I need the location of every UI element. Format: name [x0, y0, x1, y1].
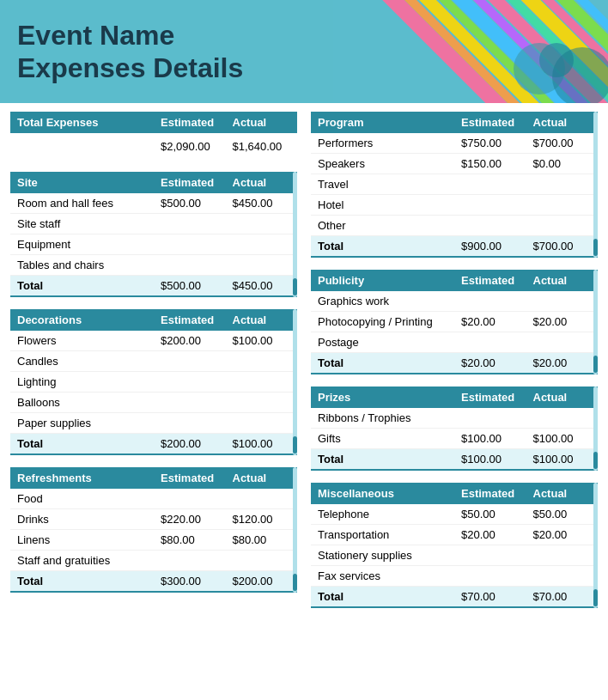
- total-expenses-header-row: Total Expenses Estimated Actual: [10, 112, 297, 133]
- decorations-total-row: Total $200.00 $100.00: [10, 434, 297, 455]
- site-row3-actual: [226, 255, 298, 276]
- right-column: Program Estimated Actual Performers $750…: [311, 112, 598, 620]
- total-expenses-actual-label: Actual: [226, 112, 298, 133]
- prog-row4-estimated: [454, 216, 526, 236]
- table-row: Staff and gratuities: [10, 551, 297, 571]
- site-actual-label: Actual: [226, 172, 298, 193]
- page-header: Event Name Expenses Details: [0, 0, 608, 103]
- table-row: Ribbons / Trophies: [311, 408, 598, 429]
- program-scrollbar[interactable]: [593, 112, 598, 258]
- total-expenses-estimated-label: Estimated: [154, 112, 226, 133]
- site-row3-estimated: [154, 255, 226, 276]
- prog-row2-estimated: [454, 174, 526, 195]
- prizes-total-row: Total $100.00 $100.00: [311, 449, 598, 471]
- dec-row0-estimated: $200.00: [154, 331, 226, 351]
- ref-row1-estimated: $220.00: [154, 509, 226, 530]
- prog-row0-estimated: $750.00: [454, 133, 526, 154]
- ref-row0-actual: [226, 489, 298, 509]
- pub-row0-estimated: [454, 291, 526, 312]
- table-row: Photocopying / Printing $20.00 $20.00: [311, 312, 598, 332]
- prizes-estimated-label: Estimated: [454, 387, 526, 408]
- dec-total-actual: $100.00: [226, 434, 298, 455]
- misc-row1-estimated: $20.00: [454, 525, 526, 545]
- table-row: Performers $750.00 $700.00: [311, 133, 598, 154]
- table-row: Postage: [311, 332, 598, 353]
- pub-row1-actual: $20.00: [526, 312, 599, 332]
- refreshments-section: Refreshments Estimated Actual Food Drink…: [10, 467, 297, 593]
- prizes-row0-label: Ribbons / Trophies: [311, 408, 454, 429]
- dec-total-estimated: $200.00: [154, 434, 226, 455]
- pub-row1-estimated: $20.00: [454, 312, 526, 332]
- table-row: Gifts $100.00 $100.00: [311, 429, 598, 449]
- ref-row2-estimated: $80.00: [154, 530, 226, 551]
- pub-row2-label: Postage: [311, 332, 454, 353]
- prog-row1-actual: $0.00: [526, 154, 599, 174]
- misc-row0-estimated: $50.00: [454, 504, 526, 525]
- dec-row4-label: Paper supplies: [10, 413, 154, 434]
- publicity-header-row: Publicity Estimated Actual: [311, 270, 598, 291]
- prog-row4-label: Other: [311, 216, 454, 236]
- miscellaneous-header-row: Miscellaneous Estimated Actual: [311, 483, 598, 504]
- header-decoration: [333, 0, 608, 103]
- publicity-total-row: Total $20.00 $20.00: [311, 353, 598, 374]
- decorations-header-row: Decorations Estimated Actual: [10, 309, 297, 331]
- table-row: Balloons: [10, 393, 297, 413]
- misc-scrollbar[interactable]: [593, 483, 598, 608]
- prizes-row1-actual: $100.00: [526, 429, 599, 449]
- dec-row3-actual: [226, 393, 298, 413]
- misc-total-actual: $70.00: [526, 587, 599, 608]
- ref-total-actual: $200.00: [226, 571, 298, 593]
- site-total-estimated: $500.00: [154, 276, 226, 297]
- table-row: Graphics work: [311, 291, 598, 312]
- prog-row2-actual: [526, 174, 599, 195]
- refreshments-header-label: Refreshments: [10, 467, 154, 489]
- table-row: Equipment: [10, 234, 297, 255]
- ref-row0-label: Food: [10, 489, 154, 509]
- table-row: Paper supplies: [10, 413, 297, 434]
- ref-row2-actual: $80.00: [226, 530, 298, 551]
- site-row0-actual: $450.00: [226, 193, 298, 214]
- site-total-label: Total: [10, 276, 154, 297]
- table-row: Transportation $20.00 $20.00: [311, 525, 598, 545]
- prizes-total-label: Total: [311, 449, 454, 471]
- ref-row3-label: Staff and gratuities: [10, 551, 154, 571]
- site-row3-label: Tables and chairs: [10, 255, 154, 276]
- prog-row3-label: Hotel: [311, 195, 454, 216]
- decorations-section: Decorations Estimated Actual Flowers $20…: [10, 309, 297, 455]
- misc-row2-label: Stationery supplies: [311, 545, 454, 566]
- decorations-scrollbar[interactable]: [293, 309, 297, 455]
- refreshments-scrollbar[interactable]: [293, 467, 297, 593]
- table-row: Tables and chairs: [10, 255, 297, 276]
- site-total-actual: $450.00: [226, 276, 298, 297]
- main-content: Total Expenses Estimated Actual $2,090.0…: [0, 103, 608, 629]
- left-column: Total Expenses Estimated Actual $2,090.0…: [10, 112, 297, 620]
- site-header-row: Site Estimated Actual: [10, 172, 297, 193]
- misc-row0-label: Telephone: [311, 504, 454, 525]
- publicity-scrollbar[interactable]: [593, 270, 598, 374]
- site-row0-label: Room and hall fees: [10, 193, 154, 214]
- prizes-scrollbar[interactable]: [593, 387, 598, 471]
- misc-row1-label: Transportation: [311, 525, 454, 545]
- event-name-line2: Expenses Details: [17, 52, 243, 84]
- table-row: Hotel: [311, 195, 598, 216]
- dec-row3-label: Balloons: [10, 393, 154, 413]
- table-row: Flowers $200.00 $100.00: [10, 331, 297, 351]
- total-expenses-estimated-value: $2,090.00: [154, 133, 226, 160]
- prizes-header-row: Prizes Estimated Actual: [311, 387, 598, 408]
- pub-total-label: Total: [311, 353, 454, 374]
- prizes-row0-actual: [526, 408, 599, 429]
- ref-row1-actual: $120.00: [226, 509, 298, 530]
- site-row1-label: Site staff: [10, 214, 154, 234]
- site-row1-estimated: [154, 214, 226, 234]
- site-scrollbar[interactable]: [293, 172, 297, 297]
- table-row: Telephone $50.00 $50.00: [311, 504, 598, 525]
- table-row: Lighting: [10, 372, 297, 393]
- table-row: Travel: [311, 174, 598, 195]
- misc-total-row: Total $70.00 $70.00: [311, 587, 598, 608]
- misc-row3-label: Fax services: [311, 566, 454, 587]
- page-title-block: Event Name Expenses Details: [17, 19, 243, 85]
- decorations-header-label: Decorations: [10, 309, 154, 331]
- pub-row0-actual: [526, 291, 599, 312]
- program-total-row: Total $900.00 $700.00: [311, 236, 598, 258]
- prog-total-estimated: $900.00: [454, 236, 526, 258]
